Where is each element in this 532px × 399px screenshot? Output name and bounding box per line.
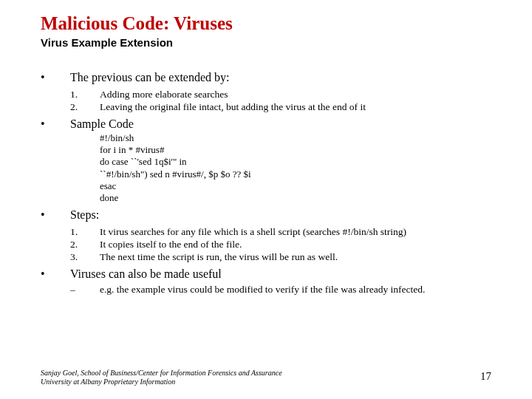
code-line: ``#!/bin/sh") sed n #virus#/, $p $o ?? $… xyxy=(100,168,491,180)
list-item: 1. It virus searches for any file which … xyxy=(70,226,491,238)
bullet-sample-code: • Sample Code xyxy=(41,117,491,131)
dash-mark: – xyxy=(70,284,100,296)
code-line: esac xyxy=(100,180,491,192)
item-number: 2. xyxy=(70,101,100,113)
bullet-text: Steps: xyxy=(70,208,99,222)
useful-note: – e.g. the example virus could be modifi… xyxy=(70,284,491,296)
bullet-extended-by: • The previous can be extended by: xyxy=(41,71,491,84)
slide-body: • The previous can be extended by: 1. Ad… xyxy=(41,71,491,296)
code-block: #!/bin/sh for i in * #virus# do case ``'… xyxy=(100,132,491,205)
bullet-text: Sample Code xyxy=(70,117,134,131)
code-line: do case ``'sed 1q$i'" in xyxy=(100,156,491,168)
bullet-text: Viruses can also be made useful xyxy=(70,267,222,281)
list-item: 1. Adding more elaborate searches xyxy=(70,89,491,100)
item-text: It copies itself to the end of the file. xyxy=(100,239,491,250)
code-line: #!/bin/sh xyxy=(100,132,491,144)
steps-list: 1. It virus searches for any file which … xyxy=(70,226,491,263)
bullet-text: The previous can be extended by: xyxy=(70,71,229,84)
code-line: done xyxy=(100,192,491,204)
slide-subtitle: Virus Example Extension xyxy=(41,36,491,49)
bullet-mark: • xyxy=(41,117,70,131)
footer-line: Sanjay Goel, School of Business/Center f… xyxy=(41,369,282,378)
page-number: 17 xyxy=(480,370,491,383)
extended-by-list: 1. Adding more elaborate searches 2. Lea… xyxy=(70,89,491,113)
note-text: e.g. the example virus could be modified… xyxy=(100,284,425,296)
bullet-mark: • xyxy=(41,267,70,281)
item-text: Adding more elaborate searches xyxy=(100,89,491,100)
item-text: The next time the script is run, the vir… xyxy=(100,251,491,263)
bullet-useful: • Viruses can also be made useful xyxy=(41,267,491,281)
item-text: Leaving the original file intact, but ad… xyxy=(100,101,491,113)
item-text: It virus searches for any file which is … xyxy=(100,226,491,238)
footer: Sanjay Goel, School of Business/Center f… xyxy=(41,369,282,386)
list-item: 2. Leaving the original file intact, but… xyxy=(70,101,491,113)
list-item: 3. The next time the script is run, the … xyxy=(70,251,491,263)
list-item: 2. It copies itself to the end of the fi… xyxy=(70,239,491,250)
bullet-mark: • xyxy=(41,208,70,222)
footer-line: University at Albany Proprietary Informa… xyxy=(41,378,282,386)
item-number: 1. xyxy=(70,226,100,238)
item-number: 3. xyxy=(70,251,100,263)
bullet-mark: • xyxy=(41,71,70,84)
item-number: 2. xyxy=(70,239,100,250)
item-number: 1. xyxy=(70,89,100,100)
slide-title: Malicious Code: Viruses xyxy=(41,13,491,35)
slide: Malicious Code: Viruses Virus Example Ex… xyxy=(0,0,532,399)
code-line: for i in * #virus# xyxy=(100,144,491,156)
bullet-steps: • Steps: xyxy=(41,208,491,222)
